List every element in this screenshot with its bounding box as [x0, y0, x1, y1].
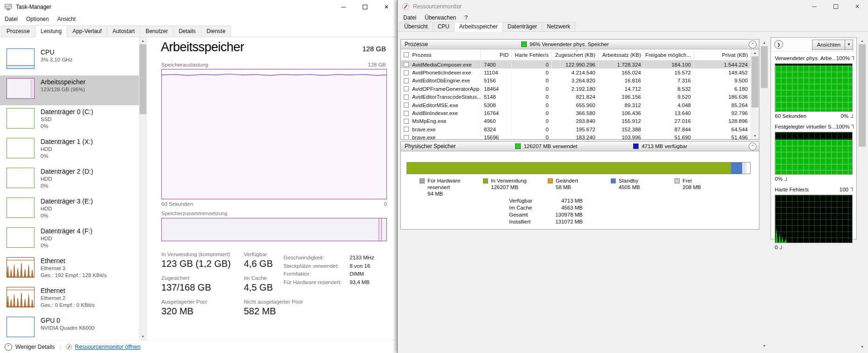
sidebar-item-title: Datenträger 1 (X:)	[41, 137, 93, 146]
views-dropdown-button[interactable]: Ansichten ▼	[812, 40, 853, 50]
sidebar-item-title: CPU	[41, 48, 72, 56]
sidebar-item[interactable]: Arbeitsspeicher 123/128 GB (96%)	[0, 75, 139, 105]
tab[interactable]: Datenträger	[503, 22, 542, 31]
cell-commit: 366.580	[552, 109, 599, 117]
sidebar-item[interactable]: Datenträger 0 (C:) SSD 0%	[0, 105, 139, 135]
menu-item[interactable]: Überwachen	[421, 13, 460, 22]
process-checkbox[interactable]	[404, 70, 409, 75]
sidebar-item[interactable]: Datenträger 1 (X:) HDD 0%	[0, 135, 139, 165]
graph-max-label: 100	[840, 187, 853, 192]
sidebar-item[interactable]: Ethernet Ethernet 2 Ges.: 0 Empf.: 0 KBi…	[0, 284, 139, 314]
memory-composition-bar[interactable]	[161, 218, 387, 241]
tab[interactable]: Arbeitsspeicher	[454, 22, 503, 32]
collapse-panel-button[interactable]: ⌃	[749, 41, 757, 48]
process-checkbox[interactable]	[404, 111, 409, 116]
column-header[interactable]: ⌄ Harte Fehler/s	[512, 49, 552, 60]
process-row[interactable]: AvidPhoneticIndexer.exe 11104 0 4.214.54…	[401, 68, 751, 76]
sidebar-item[interactable]: CPU 3% 3,10 GHz	[0, 46, 139, 75]
column-header[interactable]: ⌄ Zugesichert (KB)	[552, 49, 599, 60]
physical-memory-panel-header[interactable]: Physischer Speicher 126207 MB verwendet …	[401, 142, 759, 151]
tab[interactable]: Übersicht	[399, 22, 433, 31]
memory-usage-graph[interactable]	[161, 69, 387, 199]
column-header[interactable]: ⌄ Freigabe möglich...	[644, 49, 694, 60]
select-all-checkbox[interactable]	[404, 52, 409, 57]
expand-right-button[interactable]: ❯	[774, 40, 783, 49]
process-row[interactable]: AvidEditorMSE.exe 5308 0 655.960 89.312 …	[401, 101, 751, 109]
collapse-panel-button[interactable]: ⌃	[749, 143, 757, 150]
process-row[interactable]: AvidBinIndexer.exe 16764 0 366.580 106.4…	[401, 109, 751, 117]
process-name: AvidMediaComposer.exe	[412, 62, 472, 68]
close-button[interactable]: ✕	[376, 0, 397, 14]
processes-panel-header[interactable]: Prozesse 96% Verwendeter phys. Speicher …	[401, 40, 759, 49]
tab[interactable]: Dienste	[201, 26, 231, 37]
sidebar-item[interactable]: Datenträger 3 (E:) HDD 0%	[0, 195, 139, 224]
menu-item[interactable]: ?	[461, 13, 471, 22]
scroll-up-arrow[interactable]: ▲	[760, 39, 768, 46]
scroll-down-arrow[interactable]: ▼	[760, 342, 768, 349]
maximize-button[interactable]	[825, 0, 847, 13]
tab[interactable]: App-Verlauf	[67, 26, 107, 37]
process-checkbox[interactable]	[404, 119, 409, 124]
menu-item[interactable]: Ansicht	[54, 14, 79, 24]
tab[interactable]: CPU	[433, 22, 455, 31]
sidebar-item[interactable]: GPU 0 NVIDIA Quadro K6000	[0, 314, 139, 340]
menu-item[interactable]: Datei	[1, 14, 21, 24]
column-header[interactable]: ⌄ Privat (KB)	[694, 49, 751, 60]
process-row[interactable]: AvidMediaComposer.exe 7400 0 122.990.296…	[401, 61, 751, 68]
scrollbar-thumb[interactable]	[751, 56, 758, 108]
sidebar-item[interactable]: Datenträger 2 (D:) HDD 0%	[0, 165, 139, 195]
network-sparkline	[7, 258, 34, 277]
minimize-button[interactable]	[804, 0, 825, 13]
menu-item[interactable]: Datei	[400, 13, 420, 22]
scroll-up-arrow[interactable]: ▲	[139, 37, 147, 44]
scrollbar-thumb[interactable]	[139, 44, 146, 114]
process-checkbox[interactable]	[404, 127, 409, 132]
menu-item[interactable]: Optionen	[22, 14, 53, 24]
scroll-down-arrow[interactable]: ▼	[139, 333, 147, 340]
scroll-up-arrow[interactable]: ▲	[751, 49, 759, 56]
tab[interactable]: Details	[173, 26, 201, 37]
process-name: AvidEditorTranscodeStatus...	[412, 94, 481, 100]
scroll-up-arrow[interactable]: ▲	[858, 37, 866, 44]
scroll-down-arrow[interactable]: ▼	[751, 132, 759, 139]
scroll-down-arrow[interactable]: ▼	[858, 343, 866, 350]
chevron-down-icon[interactable]: ▼	[845, 40, 853, 49]
scrollbar-thumb[interactable]	[859, 44, 866, 147]
tab[interactable]: Netzwerk	[542, 22, 575, 31]
tab[interactable]: Leistung	[35, 25, 67, 37]
open-resource-monitor-link[interactable]: Ressourcenmonitor öffnen	[66, 344, 141, 350]
process-checkbox[interactable]	[404, 62, 409, 67]
sidebar-scrollbar[interactable]: ▲ ▼	[139, 37, 147, 340]
process-checkbox[interactable]	[404, 86, 409, 91]
process-row[interactable]: brave.exe 8324 0 195.672 152.388 87.844 …	[401, 125, 751, 133]
process-checkbox[interactable]	[404, 102, 409, 108]
column-header[interactable]: ⌄ PID	[481, 49, 512, 60]
total-value: 131072 MB	[555, 219, 583, 226]
maximize-button[interactable]	[354, 0, 376, 14]
column-header[interactable]: ⌄ Arbeitssatz (KB)	[599, 49, 644, 60]
process-row[interactable]: AvidOPFrameGeneratorApp... 18464 0 2.192…	[401, 85, 751, 93]
process-row[interactable]: AvidEditorTranscodeStatus... 5148 0 821.…	[401, 93, 751, 101]
process-row[interactable]: brave.exe 15696 0 183.240 103.996 51.690…	[401, 134, 751, 139]
sidebar-item[interactable]: Ethernet Ethernet 3 Ges.: 192 Empf.: 128…	[0, 254, 139, 284]
legend-label: Geändert	[556, 177, 578, 184]
scrollbar-thumb[interactable]	[761, 46, 768, 88]
sparkline-thumbnail	[7, 108, 34, 129]
fewer-details-toggle[interactable]: ⌃ Weniger Details	[5, 343, 55, 351]
minimize-button[interactable]	[333, 0, 354, 14]
process-checkbox[interactable]	[404, 95, 409, 100]
process-table-scrollbar[interactable]: ▲ ▼	[751, 49, 759, 139]
close-button[interactable]: ✕	[847, 0, 868, 13]
process-checkbox[interactable]	[404, 78, 409, 83]
process-row[interactable]: MsMpEng.exe 4960 0 293.840 155.912 27.01…	[401, 117, 751, 125]
graph-area	[775, 132, 853, 175]
tab[interactable]: Benutzer	[140, 26, 173, 37]
column-header[interactable]: ⌄ Prozess	[401, 49, 481, 60]
content-scrollbar[interactable]: ▲ ▼	[760, 39, 768, 349]
tab[interactable]: Prozesse	[1, 26, 35, 37]
tab[interactable]: Autostart	[107, 26, 140, 37]
window-scrollbar[interactable]: ▲ ▼	[858, 37, 866, 350]
sidebar-item[interactable]: Datenträger 4 (F:) HDD 0%	[0, 224, 139, 254]
process-checkbox[interactable]	[404, 135, 409, 139]
process-row[interactable]: AvidEditorDbEngine.exe 5156 0 3.264.820 …	[401, 77, 751, 85]
